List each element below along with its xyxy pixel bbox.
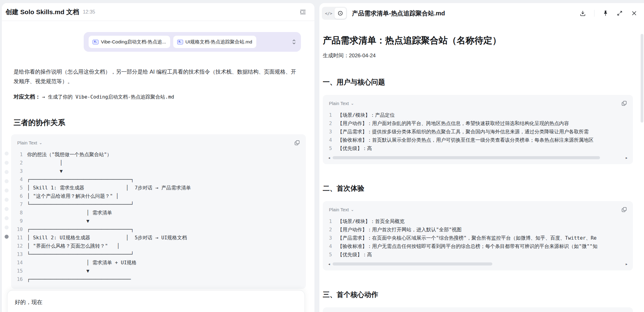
timeline-dot[interactable] xyxy=(5,198,9,202)
line-number: 3 xyxy=(323,128,332,136)
line-content: │ Skill 2: UI规格生成器 │ 5步对话 → UI规格文档 xyxy=(27,233,187,242)
markdown-file-icon: M↓ xyxy=(93,40,98,44)
line-number: 2 xyxy=(323,119,332,128)
code-line: 16 ┌────────────────────────────────── xyxy=(11,275,306,283)
language-selector[interactable]: Plain Text ⌄ xyxy=(329,207,354,212)
line-content: 【优先级】：高 xyxy=(338,144,372,152)
doc-reference-file: → 生成了你的 Vibe-Coding启动文档-热点追踪聚合站.md xyxy=(42,94,174,100)
line-number: 4 xyxy=(11,175,23,184)
timeline-dot[interactable] xyxy=(5,216,9,220)
expand-button[interactable] xyxy=(617,10,623,16)
section-heading: 三、首个核心动作 xyxy=(323,290,635,299)
message-input[interactable]: 好的，现在 xyxy=(7,290,305,312)
copy-button[interactable] xyxy=(622,101,627,106)
document-meta: 生成时间：2026-04-24 xyxy=(323,52,635,60)
section-heading: 二、首次体验 xyxy=(323,184,635,193)
line-number: 1 xyxy=(11,150,23,159)
timeline-dot[interactable] xyxy=(5,235,9,239)
horizontal-scrollbar[interactable]: ◂ ▸ xyxy=(328,156,627,160)
line-number: 9 xyxy=(11,217,23,225)
line-content: │ xyxy=(27,159,63,167)
timeline-dot[interactable] xyxy=(5,207,9,211)
scroll-left-icon[interactable]: ◂ xyxy=(328,262,330,266)
artifact-actions xyxy=(580,10,637,17)
code-view-button[interactable]: </> xyxy=(323,8,334,19)
code-line: 1 【场景/模块】：产品定位 xyxy=(323,111,633,119)
language-selector[interactable]: Plain Text ⌄ xyxy=(17,140,42,145)
conversation-title: 创建 Solo Skills.md 文档 xyxy=(6,8,79,16)
artifact-header: </> 产品需求清单-热点追踪聚合站.md xyxy=(319,3,644,23)
scroll-right-icon[interactable]: ▸ xyxy=(626,156,627,160)
download-button[interactable] xyxy=(580,10,586,16)
code-line: 3 ▼ xyxy=(11,167,306,175)
code-line: 9 ▼ xyxy=(11,217,306,225)
expand-collapse-icon[interactable] xyxy=(292,39,296,45)
line-number: 12 xyxy=(11,242,23,250)
outline-toggle-icon[interactable] xyxy=(298,8,307,16)
code-line: 5 【优先级】：高 xyxy=(323,250,633,259)
line-content: │ "这个产品给谁用？解决什么问题？" │ xyxy=(27,192,119,200)
line-content: ▼ xyxy=(27,267,89,275)
line-number: 4 xyxy=(323,242,332,250)
line-content: └──────────────────────────────────┘ xyxy=(27,200,134,209)
horizontal-scrollbar[interactable]: ◂ ▸ xyxy=(328,262,627,266)
timeline-dot[interactable] xyxy=(5,225,9,229)
timeline-dot[interactable] xyxy=(5,188,9,192)
line-number: 5 xyxy=(323,144,332,152)
download-icon xyxy=(580,10,586,16)
code-line: 2 │ xyxy=(11,159,306,167)
code-block: Plain Text ⌄ 1 【场景/模块】：首页全局概览 2 【用户动作】：用… xyxy=(323,201,633,270)
scroll-left-icon[interactable]: ◂ xyxy=(328,156,330,160)
copy-button[interactable] xyxy=(622,207,627,212)
language-selector[interactable]: Plain Text ⌄ xyxy=(329,101,354,106)
line-number: 3 xyxy=(11,167,23,175)
scroll-right-icon[interactable]: ▸ xyxy=(626,262,627,266)
line-content: ▼ xyxy=(27,167,63,175)
line-number: 10 xyxy=(11,225,23,233)
close-icon xyxy=(631,10,637,16)
code-line: 15 ▼ xyxy=(11,267,306,275)
section-heading: 三者的协作关系 xyxy=(14,117,301,128)
doc-section: 二、首次体验 Plain Text ⌄ 1 【场景/模块】：首页全局概览 2 【… xyxy=(323,184,635,270)
scrollbar-thumb[interactable] xyxy=(333,262,493,265)
code-line: 4 【验收标准】：用户无需点击任何按钮即可看到跨平台的综合总榜；每个条目都带有可… xyxy=(323,242,633,250)
code-line: 14 │ 需求清单 + UI规格 xyxy=(11,258,306,267)
line-number: 8 xyxy=(11,209,23,217)
artifact-panel: </> 产品需求清单-热点追踪聚合站.md xyxy=(319,3,644,312)
chevron-down-icon: ⌄ xyxy=(39,141,42,145)
code-block: Plain Text ⌄ 1 你的想法（"我想做一个热点聚合站"） 2 │ 3 … xyxy=(11,134,306,289)
code-line: 13 └──────────────────────────────────┘ xyxy=(11,250,306,258)
timeline-dot[interactable] xyxy=(5,152,9,156)
pin-button[interactable] xyxy=(603,10,608,16)
line-content: 你的想法（"我想做一个热点聚合站"） xyxy=(27,150,112,159)
code-line: 2 【用户动作】：用户面对杂乱的跨平台、跨地区热点信息，希望快速获取经过筛选和结… xyxy=(323,119,633,128)
line-content: 【产品需求】：提供按多级分类体系组织的热点聚合工具，聚合国内与海外信息来源，通过… xyxy=(338,128,589,136)
copy-button[interactable] xyxy=(294,140,300,145)
line-number: 13 xyxy=(11,250,23,258)
vertical-scrollbar-thumb[interactable] xyxy=(641,34,643,123)
attachment-chip[interactable]: M↓ UI规格文档-热点追踪聚合站.md xyxy=(173,36,256,48)
code-line: 4 ┌──────────────────────────────────┐ xyxy=(11,175,306,184)
line-number: 14 xyxy=(11,258,23,267)
chat-body: M↓ Vibe-Coding启动文档-热点追... M↓ UI规格文档-热点追踪… xyxy=(2,32,314,289)
code-line: 12 │ "界面什么风格？页面怎么跳转？" │ xyxy=(11,242,306,250)
line-content: │ "界面什么风格？页面怎么跳转？" │ xyxy=(27,242,120,250)
language-label: Plain Text xyxy=(17,140,37,145)
code-line: 10 ┌──────────────────────────────────┐ xyxy=(11,225,306,233)
left-code-lines: 1 你的想法（"我想做一个热点聚合站"） 2 │ 3 ▼ 4 ┌────────… xyxy=(11,146,306,283)
expand-icon xyxy=(617,10,623,16)
timeline-dot[interactable] xyxy=(5,170,9,174)
preview-view-button[interactable] xyxy=(334,8,346,19)
scrollbar-thumb[interactable] xyxy=(333,156,600,159)
line-content: ┌──────────────────────────────────┐ xyxy=(27,175,134,184)
close-button[interactable] xyxy=(631,10,637,16)
markdown-file-icon: M↓ xyxy=(177,40,183,44)
attachment-name: Vibe-Coding启动文档-热点追... xyxy=(101,39,166,45)
timeline-dot[interactable] xyxy=(5,161,9,165)
artifact-title: 产品需求清单-热点追踪聚合站.md xyxy=(352,9,445,18)
timeline-dot[interactable] xyxy=(5,179,9,183)
line-content: 【用户动作】：用户首次打开网站，进入默认"全部"视图 xyxy=(338,225,462,234)
line-content: 【优先级】：高 xyxy=(338,250,372,259)
attachment-chip[interactable]: M↓ Vibe-Coding启动文档-热点追... xyxy=(89,36,170,48)
code-line: 4 【验收标准】：首页默认展示全部分类热点，用户可切换至任意一级分类查看该分类榜… xyxy=(323,136,633,144)
